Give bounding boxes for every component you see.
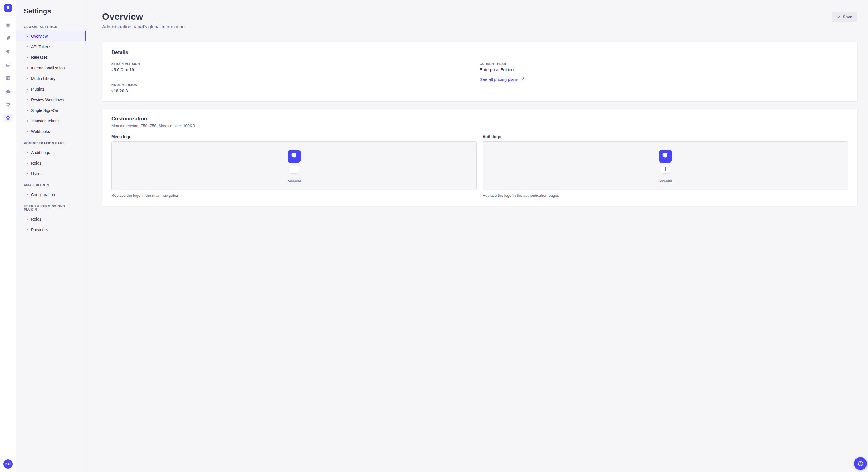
bullet-icon — [27, 218, 28, 220]
sidebar-item-releases[interactable]: Releases — [17, 52, 86, 63]
sidebar-item-label: Review Workflows — [31, 98, 64, 102]
sidebar-item-label: API Tokens — [31, 44, 51, 49]
workplace-logo-button[interactable] — [0, 0, 16, 16]
sidebar-item-label: Configuration — [31, 193, 55, 197]
rail-item-media-library[interactable] — [3, 60, 12, 69]
bullet-icon — [27, 131, 28, 132]
bullet-icon — [27, 163, 28, 164]
section-label: EMAIL PLUGIN — [24, 183, 78, 187]
gear-icon — [5, 115, 11, 121]
page-subtitle: Administration panel’s global informatio… — [102, 24, 185, 30]
node-version-label: NODE VERSION — [112, 83, 479, 87]
current-plan-field: CURRENT PLAN Enterprise Edition — [479, 62, 848, 72]
rail-item-settings[interactable] — [3, 113, 12, 122]
strapi-version-value: v5.0.0-rc.19 — [112, 67, 479, 72]
bullet-icon — [27, 67, 28, 69]
sidebar-item-single-sign-on[interactable]: Single Sign-On — [17, 105, 86, 115]
auth-logo-dropzone[interactable]: logo.png — [483, 141, 848, 191]
layout-icon — [5, 75, 11, 81]
sidebar-item-internationalization[interactable]: Internationalization — [17, 63, 86, 73]
rail-nav-items — [3, 21, 12, 122]
sidebar-item-label: Single Sign-On — [31, 108, 58, 113]
main-nav-rail: KD — [0, 0, 17, 472]
sidebar-item-label: Roles — [31, 161, 41, 165]
sidebar-item-label: Plugins — [31, 87, 44, 92]
sidebar-item-label: Internationalization — [31, 66, 65, 70]
plus-icon — [663, 167, 668, 171]
section-global-settings: GLOBAL SETTINGS Overview API Tokens Rele… — [17, 25, 86, 137]
menu-logo-preview — [288, 150, 301, 163]
menu-logo-add-button[interactable] — [290, 165, 299, 174]
sidebar-item-admin-users[interactable]: Users — [17, 168, 86, 179]
page-header: Overview Administration panel’s global i… — [102, 11, 857, 30]
sidebar-item-transfer-tokens[interactable]: Transfer Tokens — [17, 115, 86, 126]
cloud-icon — [5, 88, 11, 94]
save-button[interactable]: Save — [832, 12, 857, 22]
sidebar-item-email-configuration[interactable]: Configuration — [17, 189, 86, 200]
sidebar-item-admin-roles[interactable]: Roles — [17, 158, 86, 168]
auth-logo-label: Auth logo — [483, 134, 848, 139]
sidebar-item-up-providers[interactable]: Providers — [17, 224, 86, 235]
rail-item-releases[interactable] — [3, 47, 12, 56]
sidebar-item-label: Webhooks — [31, 129, 50, 134]
auth-logo-add-button[interactable] — [661, 165, 670, 174]
bullet-icon — [27, 57, 28, 58]
customization-card: Customization Max dimension: 750×750, Ma… — [102, 109, 857, 206]
sidebar-item-label: Media Library — [31, 76, 55, 81]
question-mark-icon — [857, 461, 864, 467]
details-card-title: Details — [112, 49, 848, 56]
help-button[interactable] — [854, 457, 867, 470]
check-icon — [837, 15, 840, 19]
auth-logo-preview — [659, 150, 672, 163]
current-plan-value: Enterprise Edition — [479, 67, 848, 72]
rail-item-content-manager[interactable] — [3, 34, 12, 43]
bullet-icon — [27, 36, 28, 37]
auth-logo-section: Auth logo logo.png Replace the logo in t… — [483, 134, 848, 198]
sidebar-item-review-workflows[interactable]: Review Workflows — [17, 94, 86, 105]
sidebar-item-api-tokens[interactable]: API Tokens — [17, 41, 86, 52]
menu-logo-dropzone[interactable]: logo.png — [112, 141, 477, 191]
sidebar-item-up-roles[interactable]: Roles — [17, 214, 86, 224]
menu-logo-section: Menu logo logo.png Replace the logo in t… — [112, 134, 477, 198]
save-button-label: Save — [843, 14, 852, 19]
details-card: Details STRAPI VERSION v5.0.0-rc.19 NODE… — [102, 42, 857, 101]
plus-icon — [292, 167, 296, 171]
rail-item-marketplace[interactable] — [3, 100, 12, 109]
strapi-admin-app: KD Settings GLOBAL SETTINGS Overview API… — [0, 0, 868, 472]
sidebar-item-overview[interactable]: Overview — [17, 31, 86, 41]
cart-icon — [5, 102, 11, 107]
sidebar-item-label: Releases — [31, 55, 48, 60]
current-plan-label: CURRENT PLAN — [479, 62, 848, 65]
sidebar-item-audit-logs[interactable]: Audit Logs — [17, 147, 86, 158]
section-label: GLOBAL SETTINGS — [24, 25, 78, 28]
sidebar-item-label: Audit Logs — [31, 150, 50, 155]
avatar[interactable]: KD — [3, 460, 12, 469]
rail-item-content-type-builder[interactable] — [3, 73, 12, 82]
sidebar-item-webhooks[interactable]: Webhooks — [17, 126, 86, 137]
bullet-icon — [27, 173, 28, 174]
pricing-plans-link[interactable]: See all pricing plans — [479, 77, 524, 82]
paper-plane-icon — [5, 49, 11, 55]
sidebar-item-plugins[interactable]: Plugins — [17, 84, 86, 94]
rail-item-home[interactable] — [3, 21, 12, 30]
section-administration-panel: ADMINISTRATION PANEL Audit Logs Roles Us… — [17, 141, 86, 179]
main-content: Overview Administration panel’s global i… — [86, 0, 868, 472]
bullet-icon — [27, 110, 28, 111]
sidebar-item-media-library[interactable]: Media Library — [17, 73, 86, 84]
section-label: ADMINISTRATION PANEL — [24, 141, 78, 145]
settings-sidebar: Settings GLOBAL SETTINGS Overview API To… — [17, 0, 86, 472]
auth-logo-description: Replace the logo in the authentication p… — [483, 193, 848, 198]
rail-item-deploy[interactable] — [3, 87, 12, 96]
sidebar-title: Settings — [24, 7, 86, 15]
sidebar-item-label: Providers — [31, 227, 48, 232]
bullet-icon — [27, 194, 28, 195]
customization-card-title: Customization — [112, 116, 848, 122]
section-email-plugin: EMAIL PLUGIN Configuration — [17, 183, 86, 200]
menu-logo-label: Menu logo — [112, 134, 477, 139]
home-icon — [5, 22, 11, 28]
bullet-icon — [27, 121, 28, 122]
strapi-version-label: STRAPI VERSION — [112, 62, 479, 65]
node-version-value: v18.20.3 — [112, 88, 479, 93]
bullet-icon — [27, 229, 28, 230]
bullet-icon — [27, 152, 28, 153]
